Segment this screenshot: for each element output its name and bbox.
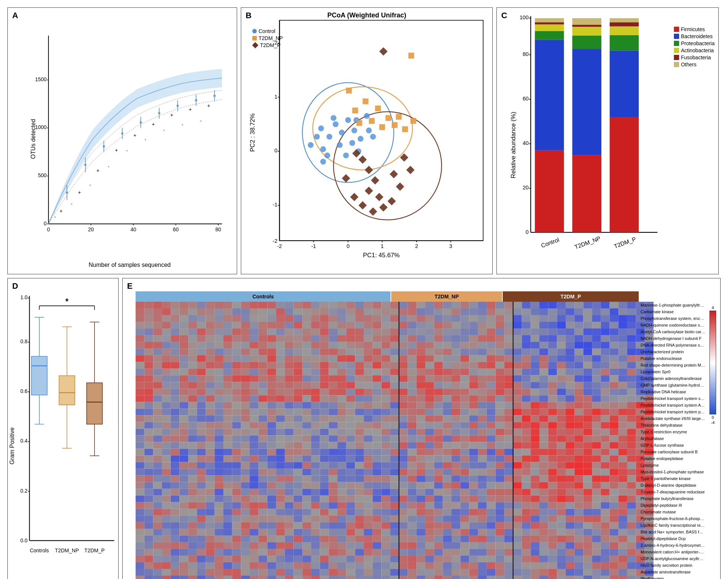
heatmap-cell bbox=[399, 308, 408, 315]
heatmap-cell bbox=[495, 348, 504, 355]
heatmap-cell bbox=[557, 408, 566, 415]
heatmap-cell bbox=[311, 388, 320, 395]
heatmap-cell bbox=[241, 476, 250, 482]
heatmap-cell bbox=[618, 442, 627, 449]
heatmap-cell bbox=[355, 335, 364, 342]
heatmap-cell bbox=[285, 308, 294, 315]
heatmap-cell bbox=[373, 522, 382, 529]
svg-point-49 bbox=[121, 132, 123, 135]
heatmap-cell bbox=[548, 302, 557, 308]
heatmap-cell bbox=[197, 469, 206, 476]
heatmap-cell bbox=[583, 502, 592, 509]
heatmap-cell bbox=[425, 368, 434, 375]
heatmap-cell bbox=[294, 408, 303, 415]
heatmap-cell bbox=[478, 362, 487, 368]
heatmap-cell bbox=[206, 402, 215, 408]
heatmap-cell bbox=[461, 308, 469, 315]
heatmap-cell bbox=[153, 442, 162, 449]
heatmap-cell bbox=[443, 302, 452, 308]
heatmap-cell bbox=[478, 536, 487, 542]
heatmap-cell bbox=[346, 542, 355, 549]
heatmap-cell bbox=[461, 315, 469, 322]
heatmap-cell bbox=[381, 542, 390, 549]
heatmap-cell bbox=[232, 442, 241, 449]
heatmap-cell bbox=[171, 576, 180, 579]
heatmap-cell bbox=[223, 388, 232, 395]
heatmap-cell bbox=[390, 509, 399, 516]
heatmap-cell bbox=[153, 375, 162, 382]
heatmap-cell bbox=[478, 375, 487, 382]
heatmap-cell bbox=[188, 442, 197, 449]
heatmap-cell bbox=[583, 362, 592, 368]
heatmap-cell bbox=[575, 328, 584, 335]
scale-max-label: 4 bbox=[712, 305, 714, 310]
heatmap-cell bbox=[469, 549, 478, 556]
heatmap-cell bbox=[575, 482, 584, 489]
heatmap-cell bbox=[513, 388, 522, 395]
heatmap-cell bbox=[355, 402, 364, 408]
heatmap-cell bbox=[364, 542, 373, 549]
heatmap-cell bbox=[179, 402, 188, 408]
heatmap-cell bbox=[215, 355, 223, 362]
heatmap-cell bbox=[153, 502, 162, 509]
heatmap-cell bbox=[601, 576, 610, 579]
heatmap-cell bbox=[346, 382, 355, 388]
heatmap-cell bbox=[487, 355, 496, 362]
heatmap-cell bbox=[618, 355, 627, 362]
heatmap-cell bbox=[425, 342, 434, 348]
svg-marker-133 bbox=[406, 166, 415, 174]
heatmap-cell bbox=[531, 522, 539, 529]
gene-label-38: UDP-N-acetylglucosamine acyltransferase bbox=[641, 557, 705, 561]
heatmap-cell bbox=[162, 482, 171, 489]
heatmap-cell bbox=[302, 442, 311, 449]
heatmap-cell bbox=[136, 482, 144, 489]
heatmap-cell bbox=[539, 502, 548, 509]
heatmap-cell bbox=[592, 509, 601, 516]
heatmap-cell bbox=[171, 556, 180, 562]
heatmap-cell bbox=[495, 482, 504, 489]
heatmap-cell bbox=[566, 549, 575, 556]
heatmap-cell bbox=[557, 315, 566, 322]
heatmap-cell bbox=[495, 449, 504, 456]
heatmap-cell bbox=[320, 382, 329, 388]
heatmap-cell bbox=[443, 308, 452, 315]
heatmap-cell bbox=[188, 415, 197, 422]
heatmap-cell bbox=[188, 422, 197, 429]
heatmap-cell bbox=[302, 562, 311, 569]
heatmap-cell bbox=[206, 429, 215, 435]
heatmap-cell bbox=[144, 429, 153, 435]
heatmap-cell bbox=[443, 375, 452, 382]
heatmap-cell bbox=[162, 576, 171, 579]
heatmap-cell bbox=[461, 355, 469, 362]
heatmap-cell bbox=[408, 368, 417, 375]
heatmap-cell bbox=[338, 315, 346, 322]
heatmap-cell bbox=[487, 322, 496, 328]
heatmap-cell bbox=[206, 348, 215, 355]
heatmap-cell bbox=[136, 476, 144, 482]
heatmap-cell bbox=[276, 549, 285, 556]
heatmap-cell bbox=[136, 322, 144, 328]
heatmap-cell bbox=[627, 315, 636, 322]
heatmap-cell bbox=[162, 375, 171, 382]
heatmap-cell bbox=[346, 562, 355, 569]
heatmap-cell bbox=[434, 335, 443, 342]
gene-label-20: Arylsulfatase bbox=[641, 437, 705, 441]
svg-text:2: 2 bbox=[415, 243, 418, 249]
heatmap-cell bbox=[618, 408, 627, 415]
heatmap-cell bbox=[136, 368, 144, 375]
heatmap-cell bbox=[294, 435, 303, 442]
heatmap-cell bbox=[610, 422, 619, 429]
heatmap-cell bbox=[329, 422, 338, 429]
heatmap-cell bbox=[153, 449, 162, 456]
heatmap-cell bbox=[495, 375, 504, 382]
heatmap-cell bbox=[513, 462, 522, 469]
heatmap-cell bbox=[408, 536, 417, 542]
heatmap-cell bbox=[188, 402, 197, 408]
svg-point-103 bbox=[308, 142, 314, 148]
heatmap-cell bbox=[136, 442, 144, 449]
heatmap-cell bbox=[575, 442, 584, 449]
heatmap-cell bbox=[495, 576, 504, 579]
pcoa-svg: PC2 : 38.72% PC1: 45.67% 2 1 0 -1 -2 -2 … bbox=[241, 8, 492, 274]
heatmap-cell bbox=[566, 402, 575, 408]
heatmap-cell bbox=[461, 449, 469, 456]
